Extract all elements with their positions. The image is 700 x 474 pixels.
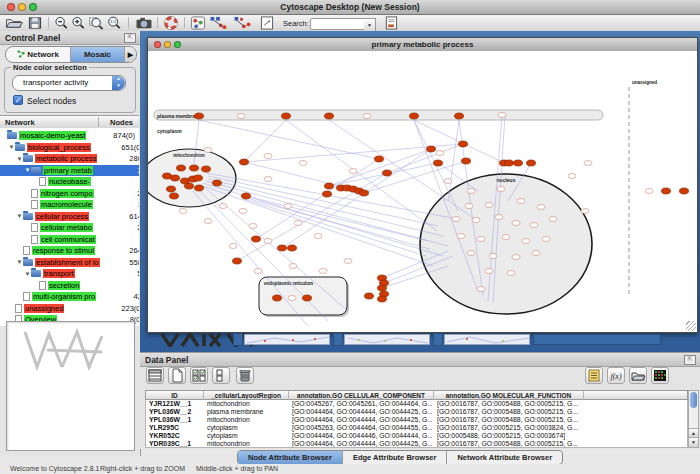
tree-row-nitrogen-compound[interactable]: nitrogen compo209(0)	[0, 188, 139, 200]
unselect-attributes-icon[interactable]	[212, 367, 230, 384]
delete-attribute-icon[interactable]	[236, 367, 254, 384]
tree-row-multi-organism-process[interactable]: multi-organism pro42(0)	[0, 291, 139, 303]
tree-row-nucleobase[interactable]: nucleobase-209(0)	[0, 176, 139, 188]
tree-row-cell-communication[interactable]: cell communicat22(0)	[0, 234, 139, 246]
export-image-icon[interactable]	[134, 16, 154, 30]
data-panel-header: Data Panel ⇱	[140, 353, 700, 367]
column-header-molecular-function[interactable]: annotation.GO MOLECULAR_FUNCTION	[434, 392, 583, 399]
select-nodes-checkbox[interactable]: ✓	[13, 95, 23, 105]
table-row[interactable]: YLR295Ccytoplasm[GO:0045263, GO:0044464,…	[146, 424, 687, 432]
tab-overflow-arrow-icon[interactable]: ▶	[125, 47, 136, 62]
tree-row-primary-metabolic[interactable]: ▼primary metab209(...	[0, 165, 139, 177]
window-titlebar[interactable]: Cytoscape Desktop (New Session)	[0, 0, 700, 15]
annotation-icon[interactable]	[257, 16, 277, 30]
tree-table-header[interactable]: Network Nodes	[0, 115, 139, 129]
birds-eye-view[interactable]	[6, 321, 135, 451]
zoom-selected-region-icon[interactable]	[87, 16, 107, 30]
expand-arrow-icon[interactable]: ▼	[24, 167, 31, 173]
tree-row-cellular-process[interactable]: ▼cellular process614(0)	[0, 211, 139, 223]
window-title: Cytoscape Desktop (New Session)	[0, 2, 700, 12]
file-icon	[39, 177, 46, 186]
column-header-region[interactable]: _cellularLayoutRegion	[204, 392, 288, 399]
search-dropdown-icon[interactable]: ▼	[364, 18, 376, 32]
select-attributes-icon[interactable]	[190, 367, 208, 384]
network-desktop: primary metabolic process plasma membran…	[140, 31, 700, 352]
scroll-down-icon[interactable]: ▼	[689, 437, 698, 447]
network-view-frame[interactable]: primary metabolic process plasma membran…	[147, 37, 698, 333]
save-session-icon[interactable]	[25, 16, 45, 30]
table-row[interactable]: YKR052Ccytoplasm[GO:0044464, GO:0044446,…	[146, 432, 687, 440]
attribute-list-icon[interactable]	[585, 367, 603, 384]
file-icon	[15, 304, 22, 313]
tree-row-metabolic-process[interactable]: ▼metabolic process280(0)	[0, 153, 139, 165]
status-bar: Welcome to Cytoscape 2.8.1 Right-click +…	[0, 464, 700, 474]
expand-arrow-icon[interactable]: ▼	[16, 213, 23, 219]
table-row[interactable]: YPL036W__1mitochondrion[GO:0044464, GO:0…	[146, 416, 687, 424]
minimized-window[interactable]	[233, 333, 331, 347]
attribute-table-icon[interactable]	[146, 367, 164, 384]
float-panel-icon[interactable]: ⇱	[124, 33, 136, 43]
expand-arrow-icon[interactable]: ▼	[8, 144, 15, 150]
minimized-window-bar[interactable]	[533, 334, 661, 345]
control-panel: Control Panel ⇱ Network Mosaic ▶ Node co…	[0, 31, 141, 456]
node-color-dropdown[interactable]: transporter activity ▲▼	[12, 75, 126, 91]
tab-network[interactable]: Network	[6, 47, 71, 62]
column-header-cellular-component[interactable]: annotation.GO CELLULAR_COMPONENT	[289, 392, 433, 399]
help-ring-icon[interactable]	[161, 16, 181, 30]
file-icon	[31, 200, 38, 209]
tab-network-attribute-browser[interactable]: Network Attribute Browser	[447, 451, 562, 464]
matrix-view-icon[interactable]	[651, 367, 669, 384]
table-row[interactable]: YDR039C__1mitochondrion[GO:0044464, GO:0…	[146, 440, 687, 448]
tree-row-transport[interactable]: ▼transport558(0)	[0, 268, 139, 280]
tab-node-attribute-browser[interactable]: Node Attribute Browser	[238, 451, 343, 464]
control-panel-header: Control Panel ⇱	[0, 31, 140, 45]
zoom-actual-size-icon[interactable]: 1:1	[105, 16, 125, 30]
network-canvas[interactable]: plasma membrane cytoplasm mitochondrion …	[148, 51, 697, 332]
apply-layout-icon[interactable]	[208, 16, 228, 30]
file-icon	[31, 189, 38, 198]
nodes-column-header[interactable]: Nodes	[110, 118, 133, 127]
new-attribute-icon[interactable]	[168, 367, 186, 384]
node-color-selection-group: Node color selection transporter activit…	[4, 67, 136, 113]
file-icon	[31, 235, 38, 244]
control-panel-title: Control Panel	[5, 33, 60, 43]
network-column-header[interactable]: Network	[5, 118, 35, 127]
table-scrollbar[interactable]: ▲ ▼	[688, 390, 699, 448]
tree-row-biological-process[interactable]: ▼biological_process651(0)	[0, 142, 139, 154]
expand-arrow-icon[interactable]: ▼	[16, 259, 23, 265]
network-view-titlebar[interactable]: primary metabolic process	[148, 38, 697, 52]
svg-text:nucleus: nucleus	[497, 177, 516, 183]
import-attributes-icon[interactable]	[629, 367, 647, 384]
zoom-in-icon[interactable]	[69, 16, 89, 30]
main-toolbar: 1:1 Search: ▼	[0, 15, 700, 32]
data-panel-title: Data Panel	[145, 355, 188, 365]
column-header-id[interactable]: ID	[146, 392, 203, 399]
tab-mosaic[interactable]: Mosaic	[71, 47, 125, 62]
expand-arrow-icon[interactable]: ▼	[24, 271, 31, 277]
tree-row-macromolecule[interactable]: macromolecule311(0)	[0, 199, 139, 211]
search-input[interactable]	[310, 18, 366, 30]
toolbar-separator	[48, 17, 49, 28]
tree-row-cellular-metabolic[interactable]: cellular metabo209(0)	[0, 222, 139, 234]
apply-layout-alt-icon[interactable]	[232, 16, 252, 30]
float-panel-icon[interactable]: ⇱	[684, 355, 696, 365]
tree-row-unassigned[interactable]: unassigned223(0)	[0, 303, 139, 315]
table-row[interactable]: YJR121W__1mitochondrion[GO:0045267, GO:0…	[146, 400, 687, 408]
tree-row-mosaic-demo-yeast[interactable]: mosaic-demo-yeast874(0)	[0, 130, 139, 142]
table-row[interactable]: YPL036W__2plasma membrane[GO:0044464, GO…	[146, 408, 687, 416]
expand-arrow-icon[interactable]: ▼	[16, 156, 23, 162]
tree-row-response-to-stimulus[interactable]: response to stimul264(0)	[0, 245, 139, 257]
function-builder-icon[interactable]: f(x)	[607, 367, 625, 384]
search-options-icon[interactable]	[381, 16, 401, 30]
tree-row-secretion[interactable]: secretion41(0)	[0, 280, 139, 292]
frame-resize-grip[interactable]	[686, 321, 696, 331]
scrollbar-thumb[interactable]	[690, 392, 697, 408]
column-divider[interactable]	[98, 117, 99, 127]
table-header-row[interactable]: ID _cellularLayoutRegion annotation.GO C…	[145, 390, 688, 400]
vizmapper-icon[interactable]	[188, 16, 208, 30]
tab-edge-attribute-browser[interactable]: Edge Attribute Browser	[343, 451, 447, 464]
minimized-window[interactable]	[433, 333, 531, 347]
minimized-window[interactable]	[333, 333, 431, 347]
open-session-icon[interactable]	[4, 16, 24, 30]
tree-row-establishment-of-localization[interactable]: ▼establishment of lo558(0)	[0, 257, 139, 269]
